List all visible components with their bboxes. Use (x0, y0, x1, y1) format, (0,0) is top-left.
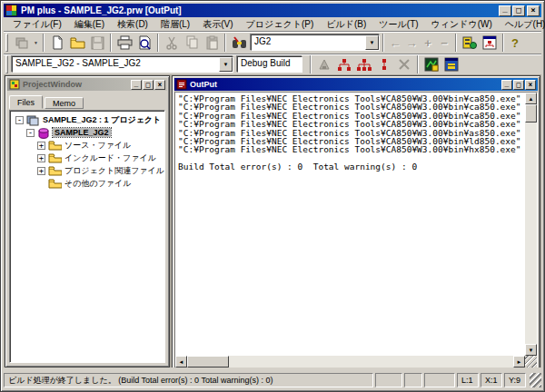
scroll-up-icon[interactable]: ▲ (525, 93, 537, 104)
build-mode-combo[interactable]: Debug Build (237, 56, 302, 73)
output-window-titlebar[interactable]: OutPut (174, 78, 538, 91)
workspace-icon (26, 114, 40, 126)
tree-node-include-files[interactable]: インクルード・ファイル (12, 152, 164, 164)
vertical-scroll-thumb[interactable] (525, 104, 537, 122)
paste-icon (205, 35, 219, 50)
search-back-button[interactable]: ← (387, 33, 403, 53)
menu-file[interactable]: ファイル(F) (6, 17, 68, 32)
tab-files[interactable]: Files (9, 95, 43, 109)
compile-button[interactable] (314, 54, 334, 74)
vertical-scrollbar[interactable]: ▲ ▼ (525, 93, 537, 356)
print-button[interactable] (114, 33, 134, 53)
cut-button[interactable] (162, 33, 182, 53)
help-button[interactable]: ? (507, 33, 523, 53)
menu-window[interactable]: ウィンドウ(W) (425, 17, 499, 32)
open-file-button[interactable] (67, 33, 87, 53)
tree-node-project[interactable]: SAMPLE_JG2 (12, 126, 164, 139)
scroll-left-icon[interactable]: ◄ (175, 356, 187, 368)
tree-node-source-files[interactable]: ソース・ファイル (12, 139, 164, 152)
project-window-maximize[interactable] (143, 80, 154, 90)
tab-memo[interactable]: Memo (45, 97, 84, 109)
project-window-titlebar[interactable]: ProjectWindow (7, 78, 167, 91)
output-window-close[interactable] (525, 80, 536, 90)
menu-layer[interactable]: 階層(L) (154, 17, 196, 32)
search-forward-button[interactable]: → (403, 33, 420, 53)
status-line-indicator: L:1 (457, 373, 479, 387)
save-icon (91, 36, 104, 50)
menu-help[interactable]: ヘルプ(H) (499, 17, 545, 32)
project-settings-button[interactable] (460, 33, 480, 53)
tree-node-other-files[interactable]: その他のファイル (12, 177, 164, 190)
save-button[interactable] (87, 33, 107, 53)
toolbar-drag-handle[interactable] (5, 34, 8, 52)
copy-button[interactable] (182, 33, 202, 53)
search-word-dropdown[interactable] (365, 35, 379, 50)
zoom-out-button[interactable]: − (436, 33, 452, 53)
zoom-in-button[interactable]: + (420, 33, 436, 53)
active-project-value[interactable]: SAMPLE_JG2 - SAMPLE_JG2 (13, 57, 219, 72)
toolbar-drag-handle[interactable] (5, 55, 8, 74)
expand-icon[interactable] (37, 142, 45, 150)
window-stack-button[interactable] (12, 33, 32, 53)
stop-build-button[interactable] (394, 54, 414, 74)
window-stack-dropdown[interactable] (32, 34, 40, 52)
build-mode-value[interactable]: Debug Build (238, 57, 302, 72)
workspace-label[interactable]: SAMPLE_JG2 : 1 プロジェクト (43, 114, 161, 126)
mdi-workspace: ProjectWindow Files Memo SAMPLE_JG2 : 1 … (4, 74, 541, 368)
search-word-combo[interactable]: JG2 (251, 34, 380, 51)
collapse-icon[interactable] (26, 129, 35, 137)
menu-edit[interactable]: 編集(E) (68, 17, 111, 32)
folder-icon (48, 152, 62, 163)
output-line: "C:¥Program Files¥NEC Electronics Tools¥… (178, 145, 524, 153)
project-window-close[interactable] (154, 80, 165, 90)
arrow-right-icon: → (406, 36, 418, 50)
project-tree: SAMPLE_JG2 : 1 プロジェクト SAMPLE_JG2 ソース・ファイ… (9, 110, 165, 363)
output-window-minimize[interactable] (501, 80, 512, 90)
search-in-files-button[interactable] (229, 33, 249, 53)
menu-project[interactable]: プロジェクト(P) (240, 17, 321, 32)
scroll-down-icon[interactable]: ▼ (525, 344, 537, 356)
minimize-button[interactable] (499, 5, 511, 16)
rebuild-button[interactable] (354, 54, 374, 74)
compile-file-icon (378, 58, 391, 72)
status-bar: ビルド処理が終了しました。 (Build Total error(s) : 0 … (4, 370, 541, 388)
project-window-tabs: Files Memo (9, 93, 167, 109)
scroll-right-icon[interactable]: ► (513, 356, 525, 368)
build-button[interactable] (334, 54, 354, 74)
horizontal-scrollbar[interactable]: ◄ ► (175, 356, 525, 368)
folder-label[interactable]: その他のファイル (64, 178, 131, 190)
print-preview-button[interactable] (134, 33, 154, 53)
menu-build[interactable]: ビルド(B) (320, 17, 372, 32)
maximize-button[interactable] (512, 5, 525, 16)
folder-label[interactable]: インクルード・ファイル (64, 152, 156, 164)
active-project-dropdown[interactable] (219, 57, 233, 72)
toolbar-separator (502, 34, 504, 52)
expand-icon[interactable] (37, 154, 45, 162)
project-window-minimize[interactable] (131, 80, 142, 90)
active-project-combo[interactable]: SAMPLE_JG2 - SAMPLE_JG2 (12, 56, 233, 73)
output-window-maximize[interactable] (513, 80, 524, 90)
menu-view[interactable]: 表示(V) (196, 17, 239, 32)
close-button[interactable] (527, 5, 540, 16)
resize-grip[interactable] (525, 356, 537, 368)
tree-node-project-related-files[interactable]: プロジェクト関連ファイル (12, 164, 164, 177)
build-output-log[interactable]: "C:¥Program Files¥NEC Electronics Tools¥… (178, 94, 524, 355)
tree-node-workspace[interactable]: SAMPLE_JG2 : 1 プロジェクト (12, 113, 164, 126)
search-word-value[interactable]: JG2 (252, 35, 365, 50)
compile-file-button[interactable] (374, 54, 394, 74)
download-button[interactable] (441, 54, 461, 74)
expand-icon[interactable] (37, 167, 45, 175)
window-resize-grip[interactable] (530, 373, 541, 387)
project-window-button[interactable] (480, 33, 500, 53)
folder-label[interactable]: ソース・ファイル (64, 140, 131, 152)
debug-button[interactable] (421, 54, 441, 74)
project-label[interactable]: SAMPLE_JG2 (53, 128, 111, 137)
folder-label[interactable]: プロジェクト関連ファイル (64, 165, 164, 177)
collapse-icon[interactable] (15, 116, 24, 124)
title-bar[interactable]: PM plus - SAMPLE_JG2.prw [OutPut] (4, 4, 541, 17)
paste-button[interactable] (202, 33, 222, 53)
new-file-button[interactable] (47, 33, 67, 53)
menu-tool[interactable]: ツール(T) (372, 17, 424, 32)
menu-search[interactable]: 検索(D) (111, 17, 154, 32)
horizontal-scroll-thumb[interactable] (187, 356, 229, 368)
